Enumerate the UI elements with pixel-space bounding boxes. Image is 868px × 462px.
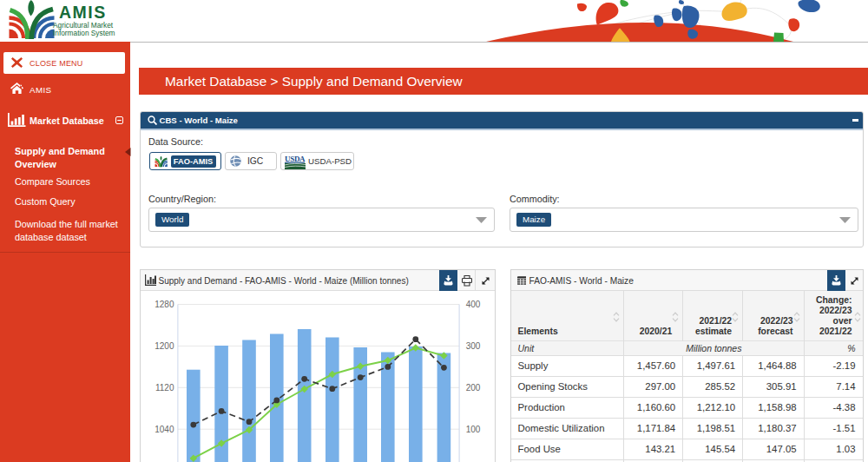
svg-text:1120: 1120 [155,383,174,393]
svg-text:USDA: USDA [285,155,306,163]
svg-text:1040: 1040 [155,425,174,434]
svg-text:100: 100 [465,425,480,434]
svg-text:400: 400 [465,300,480,309]
svg-text:1200: 1200 [155,341,174,351]
svg-text:300: 300 [465,341,480,351]
svg-text:1280: 1280 [155,300,174,309]
svg-text:200: 200 [465,383,480,393]
